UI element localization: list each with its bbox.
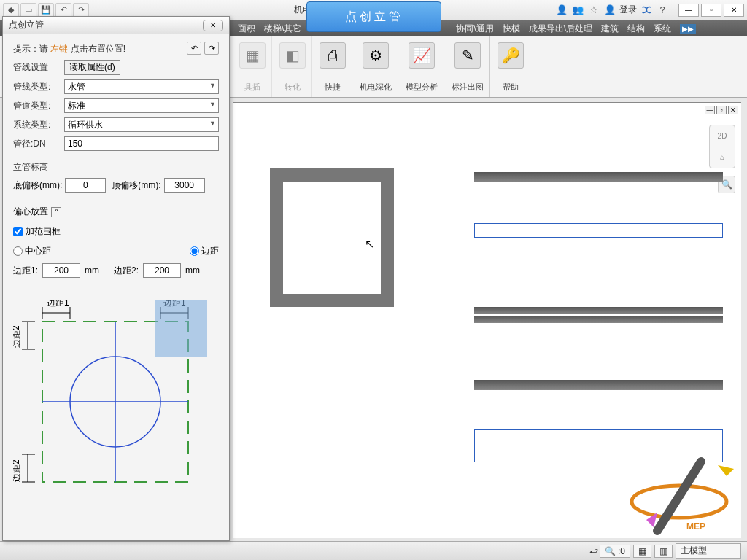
qat-save-icon[interactable]: 💾 (38, 3, 54, 18)
center-dist-radio[interactable] (13, 246, 23, 256)
quick-access-toolbar: ◆ ▭ 💾 ↶ ↷ (3, 3, 89, 18)
add-bbox-label: 加范围框 (26, 225, 61, 238)
ribbon-group-analysis[interactable]: 📈 模型分析 (400, 36, 444, 97)
menu-system[interactable]: 系统 (649, 23, 676, 35)
top-offset-label: 顶偏移(mm): (112, 179, 160, 192)
tool-banner: 点创立管 (306, 1, 441, 32)
annotate-icon: ✎ (454, 42, 481, 69)
star-icon[interactable]: ☆ (587, 4, 600, 17)
ribbon-group-mep[interactable]: ⚙ 机电深化 (354, 36, 398, 97)
edge2-unit: mm (185, 265, 200, 276)
eccentric-collapse-button[interactable]: ˄ (51, 207, 61, 217)
riser-dialog: 点创立管 ✕ ↶ ↷ 提示：请 左键 点击布置位置! 管线设置 读取属性(d) … (2, 16, 230, 541)
status-box1-icon[interactable]: ▦ (633, 545, 651, 558)
dialog-title: 点创立管 (9, 19, 203, 31)
edge-dist-label: 边距 (201, 245, 219, 257)
cursor-arrow-icon: ↖ (365, 237, 374, 251)
menu-arch[interactable]: 建筑 (597, 23, 623, 35)
elevation-head: 立管标高 (13, 161, 219, 174)
placement-diagram: 边距1 边距1 边距2 边距2 (13, 300, 210, 504)
pipe-type-label: 管线类型: (13, 81, 64, 93)
quick-label: 快捷 (325, 82, 341, 93)
person2-icon[interactable]: 👥 (571, 4, 584, 17)
convert-icon: ◧ (279, 42, 306, 69)
center-dist-label: 中心距 (25, 245, 51, 257)
help-label: 帮助 (503, 82, 519, 93)
ribbon-group-help[interactable]: 🔑 帮助 (492, 36, 530, 97)
drawing-bar-1 (474, 172, 723, 182)
qat-redo-icon[interactable]: ↷ (73, 3, 89, 18)
login-label[interactable]: 登录 (619, 4, 637, 16)
edge1-unit: mm (85, 265, 99, 276)
edge1-input[interactable] (42, 263, 80, 278)
diagram-highlight (155, 300, 207, 357)
vp-min-icon[interactable]: — (705, 106, 715, 114)
duct-type-label: 管道类型: (13, 100, 64, 112)
status-box2-icon[interactable]: ▥ (654, 545, 673, 558)
ribbon-group-tools[interactable]: ▦ 具插 (233, 36, 272, 97)
close-button[interactable]: ✕ (724, 4, 744, 17)
status-main-model[interactable]: 主模型 (676, 543, 741, 559)
window-buttons: — ▫ ✕ (676, 4, 744, 17)
edge-dist-radio-wrap[interactable]: 边距 (190, 245, 219, 257)
qat-app-icon[interactable]: ◆ (3, 3, 19, 18)
diameter-input[interactable] (64, 136, 219, 151)
dialog-undo-button[interactable]: ↶ (187, 42, 201, 55)
center-dist-radio-wrap[interactable]: 中心距 (13, 245, 51, 257)
hint-pre: 提示：请 (13, 44, 50, 54)
user-icon[interactable]: 👤 (603, 4, 616, 17)
menu-scroll-right-icon[interactable]: ▶▶ (680, 24, 696, 34)
pipe-type-select[interactable]: 水管 (64, 79, 219, 94)
duct-type-select[interactable]: 标准 (64, 98, 219, 113)
dialog-redo-button[interactable]: ↷ (204, 42, 219, 55)
vp-max-icon[interactable]: ▫ (716, 106, 727, 114)
dialog-titlebar[interactable]: 点创立管 ✕ (3, 17, 229, 34)
maximize-button[interactable]: ▫ (701, 4, 721, 17)
qat-undo-icon[interactable]: ↶ (55, 3, 71, 18)
status-scale-value: :0 (618, 546, 625, 556)
edge2-label: 边距2: (114, 265, 139, 277)
navcube-home-icon[interactable]: ⌂ (720, 153, 724, 161)
person1-icon[interactable]: 👤 (555, 4, 568, 17)
read-attr-button[interactable]: 读取属性(d) (64, 60, 120, 75)
qat-open-icon[interactable]: ▭ (20, 3, 36, 18)
ribbon-group-convert[interactable]: ◧ 转化 (274, 36, 312, 97)
drawing-bar-3 (474, 380, 723, 390)
analysis-label: 模型分析 (406, 82, 438, 93)
menu-stairs[interactable]: 楼梯\其它 (260, 23, 306, 35)
nav-cube[interactable]: 2D ⌂ (709, 125, 735, 168)
status-scale-button[interactable]: 🔍 :0 (600, 545, 630, 558)
add-bbox-checkbox[interactable] (13, 227, 23, 236)
title-right-tools: 👤 👥 ☆ 👤 登录 ⵋ ? (555, 4, 669, 17)
x-logo-icon[interactable]: ⵋ (640, 4, 653, 17)
svg-text:MEP: MEP (686, 521, 705, 532)
edge2-input[interactable] (143, 263, 181, 278)
menu-quickmodel[interactable]: 快模 (498, 23, 525, 35)
quick-icon: ⎙ (320, 42, 346, 69)
svg-marker-3 (718, 465, 734, 476)
menu-export[interactable]: 成果导出\后处理 (525, 23, 597, 35)
menu-coord[interactable]: 协同\通用 (452, 23, 498, 35)
drawing-bluebar-1 (474, 223, 723, 238)
navcube-2d-icon[interactable]: 2D (718, 132, 727, 140)
mep-logo: MEP (617, 451, 741, 538)
menu-area[interactable]: 面积 (233, 23, 260, 35)
dialog-close-button[interactable]: ✕ (203, 20, 223, 31)
drawing-bar-2a (474, 307, 723, 314)
top-offset-input[interactable] (164, 178, 205, 192)
help-icon[interactable]: ? (656, 4, 669, 17)
menu-struct[interactable]: 结构 (623, 23, 649, 35)
sys-type-label: 系统类型: (13, 119, 64, 131)
key-help-icon: 🔑 (498, 42, 524, 69)
vp-close-icon[interactable]: ✕ (728, 106, 738, 114)
sys-type-select[interactable]: 循环供水 (64, 117, 219, 132)
bottom-offset-label: 底偏移(mm): (13, 179, 62, 192)
edge-dist-radio[interactable] (190, 246, 199, 256)
status-press-icon[interactable]: ⮐ (589, 546, 598, 556)
bottom-offset-input[interactable] (65, 178, 106, 192)
ribbon-group-annotate[interactable]: ✎ 标注出图 (446, 36, 490, 97)
minimize-button[interactable]: — (678, 4, 699, 17)
edge1-label: 边距1: (13, 265, 38, 277)
ribbon-group-quick[interactable]: ⎙ 快捷 (314, 36, 352, 97)
hint-key: 左键 (50, 44, 68, 54)
